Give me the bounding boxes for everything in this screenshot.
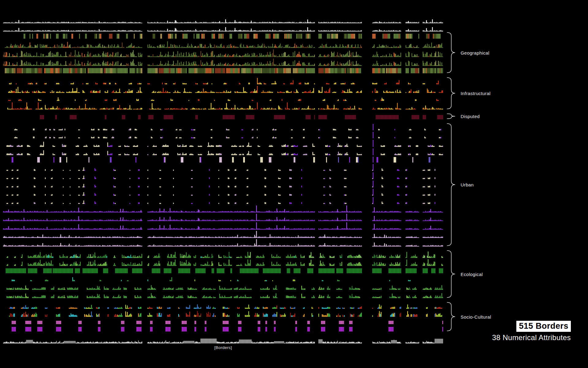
attribute-row-canvas-37: [3, 325, 443, 332]
group-brace-socio-cultural: [447, 302, 456, 332]
attribute-row-canvas-20: [3, 180, 443, 188]
group-label-urban: Urban: [461, 182, 474, 187]
group-label-infrastructural: Infrastructural: [461, 91, 491, 96]
attribute-row-canvas-17: [3, 156, 443, 163]
attribute-row-canvas-11: [3, 102, 443, 110]
attribute-row-10: [3, 94, 443, 102]
attribute-row-3: [3, 32, 443, 39]
attribute-row-canvas-24: [3, 213, 443, 221]
attribute-row-canvas-33: [3, 290, 443, 299]
x-axis-label: [Borders]: [3, 345, 443, 350]
attribute-row-canvas-23: [3, 205, 443, 213]
attribute-row-canvas-12: [3, 113, 443, 120]
attribute-row-canvas-25: [3, 221, 443, 230]
attribute-row-canvas-7: [3, 67, 443, 74]
attribute-row-11: [3, 102, 443, 110]
attribute-row-27: [3, 238, 443, 247]
attribute-row-canvas-1: [3, 15, 443, 24]
attribute-row-24: [3, 213, 443, 221]
attribute-row-2: [3, 24, 443, 32]
attribute-row-canvas-6: [3, 58, 443, 67]
attribute-row-6: [3, 58, 443, 67]
attribute-row-canvas-32: [3, 282, 443, 290]
group-label-ecological: Ecological: [461, 272, 483, 277]
attribute-row-20: [3, 180, 443, 188]
attribute-row-canvas-19: [3, 171, 443, 180]
attribute-row-canvas-28: [3, 250, 443, 259]
attribute-row-canvas-15: [3, 139, 443, 148]
attribute-row-33: [3, 290, 443, 299]
group-label-disputed: Disputed: [461, 114, 480, 119]
attribute-row-29: [3, 259, 443, 266]
attribute-row-22: [3, 196, 443, 205]
attribute-row-17: [3, 156, 443, 163]
attribute-row-canvas-14: [3, 131, 443, 139]
attribute-row-canvas-22: [3, 196, 443, 205]
attribute-row-12: [3, 113, 443, 120]
attribute-row-31: [3, 274, 443, 282]
attribute-row-canvas-10: [3, 94, 443, 102]
attribute-row-25: [3, 221, 443, 230]
attribute-row-7: [3, 67, 443, 74]
attribute-row-canvas-9: [3, 85, 443, 94]
attribute-row-canvas-16: [3, 148, 443, 156]
attribute-row-38: [3, 336, 443, 344]
attribute-row-canvas-4: [3, 39, 443, 48]
group-label-socio-cultural: Socio-Cultural: [461, 314, 491, 320]
attribute-row-28: [3, 250, 443, 259]
attribute-row-canvas-36: [3, 317, 443, 325]
attribute-row-canvas-2: [3, 24, 443, 32]
attribute-row-35: [3, 309, 443, 317]
group-brace-geographical: [447, 32, 456, 74]
attribute-row-15: [3, 139, 443, 148]
attribute-row-canvas-5: [3, 48, 443, 58]
attribute-row-13: [3, 123, 443, 131]
group-brace-urban: [447, 123, 456, 247]
attribute-row-4: [3, 39, 443, 48]
attribute-row-34: [3, 302, 443, 309]
attribute-row-1: [3, 15, 443, 24]
attribute-row-16: [3, 148, 443, 156]
attribute-row-21: [3, 188, 443, 196]
visualization-stage: GeographicalInfrastructuralDisputedUrban…: [0, 0, 588, 368]
group-label-geographical: Geographical: [461, 50, 489, 56]
attribute-row-canvas-35: [3, 309, 443, 317]
attribute-row-canvas-30: [3, 266, 443, 274]
group-brace-ecological: [447, 250, 456, 298]
attribute-row-19: [3, 171, 443, 180]
attribute-row-canvas-8: [3, 77, 443, 85]
attribute-row-26: [3, 230, 443, 238]
attribute-row-canvas-29: [3, 259, 443, 266]
attribute-row-canvas-27: [3, 238, 443, 247]
attribute-row-canvas-3: [3, 32, 443, 39]
attribute-row-canvas-34: [3, 302, 443, 309]
attribute-row-canvas-31: [3, 274, 443, 282]
group-brace-infrastructural: [447, 77, 456, 110]
attribute-row-18: [3, 163, 443, 171]
attribute-row-9: [3, 85, 443, 94]
attribute-row-canvas-38: [3, 336, 443, 344]
attribute-row-canvas-21: [3, 188, 443, 196]
attributes-count-label: 38 Numerical Attributes: [492, 333, 571, 342]
attribute-row-canvas-13: [3, 123, 443, 131]
attribute-row-canvas-18: [3, 163, 443, 171]
attribute-row-30: [3, 266, 443, 274]
attribute-row-32: [3, 282, 443, 290]
group-brace-disputed: [447, 113, 456, 120]
attribute-row-canvas-26: [3, 230, 443, 238]
attribute-row-23: [3, 205, 443, 213]
borders-count-badge: 515 Borders: [516, 321, 571, 332]
attribute-row-36: [3, 317, 443, 325]
dataset-stats: 515 Borders 38 Numerical Attributes: [492, 321, 571, 342]
attribute-row-8: [3, 77, 443, 85]
attribute-row-37: [3, 325, 443, 332]
attribute-row-5: [3, 48, 443, 58]
attribute-row-14: [3, 131, 443, 139]
